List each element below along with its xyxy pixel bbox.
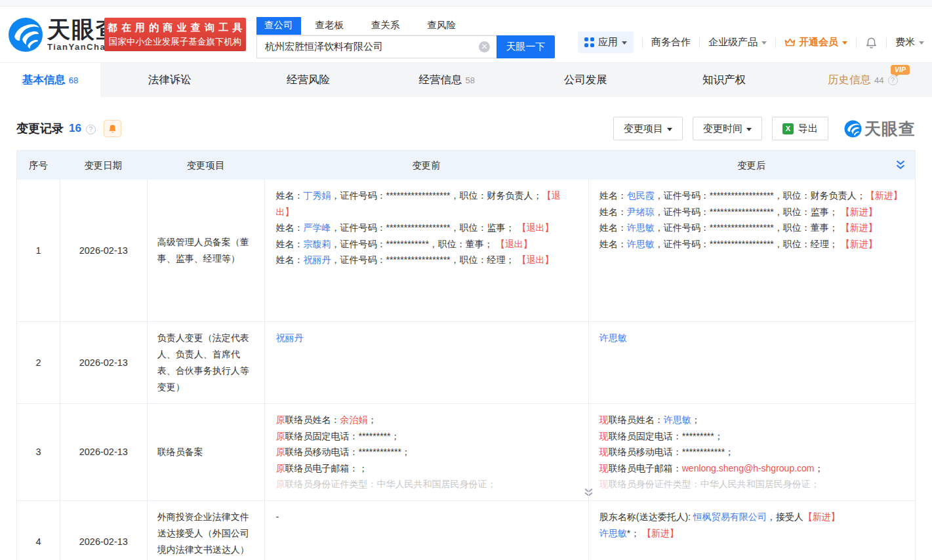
table-row-3: 32026-02-13联络员备案原联络员姓名：余治娟；原联络员固定电话：****… (17, 403, 915, 500)
notifications-bell-button[interactable] (865, 37, 878, 49)
filter-change-project-button[interactable]: 变更项目 (613, 117, 683, 140)
column-header-1: 变更日期 (60, 159, 147, 172)
cell-text: 原 (275, 479, 285, 489)
cell-text: 【新进】 (803, 511, 840, 522)
entity-link[interactable]: 尹绪琼 (627, 207, 655, 217)
entity-link[interactable]: 包民霞 (627, 190, 655, 201)
watermark-text: 天眼查 (864, 118, 916, 140)
cell-text: *； (627, 528, 642, 538)
cell-text: ，接受人 (767, 511, 803, 522)
chevron-down-icon (667, 128, 672, 131)
chevron-down-icon (919, 41, 924, 45)
tianyancha-watermark: 天眼查 (844, 118, 916, 140)
tab-0[interactable]: 基本信息68 (0, 63, 100, 97)
entity-link[interactable]: 丁秀娟 (303, 190, 331, 201)
change-item-text: 外商投资企业法律文件送达接受人（外国公司境内法律文书送达人）备案 (157, 509, 255, 560)
cell-after-change: 姓名：包民霞，证件号码：******************，职位：财务负责人；… (588, 180, 915, 321)
tab-count: 58 (466, 75, 475, 85)
cell-text: 姓名： (599, 222, 627, 233)
change-item-text: 联络员备案 (157, 444, 203, 460)
company-detail-tabs: 基本信息68法律诉讼经营风险经营信息58公司发展知识产权历史信息44?VIP (0, 62, 932, 97)
tianyancha-logo-icon (8, 17, 43, 52)
cell-text: ，证件号码：******************，职位：经理； (655, 239, 841, 249)
search-tab-0[interactable]: 查公司 (256, 17, 301, 35)
entity-link[interactable]: 祝丽丹 (303, 254, 331, 265)
monitor-bell-button[interactable] (104, 120, 121, 137)
cell-text: 联络员姓名： (609, 414, 664, 425)
cell-text: 联络员电子邮箱：； (285, 463, 367, 473)
nav-cooperation[interactable]: 商务合作 (651, 36, 691, 49)
divider (775, 37, 776, 48)
tab-3[interactable]: 经营信息58 (378, 63, 516, 97)
export-label: 导出 (798, 123, 818, 135)
table-row-1: 12026-02-13高级管理人员备案（董事、监事、经理等）姓名：丁秀娟，证件号… (17, 180, 915, 321)
entity-link[interactable]: 宗馥莉 (303, 239, 331, 249)
cell-text: ，证件号码：******************，职位：监事； (331, 222, 517, 233)
cell-text: ，证件号码：******************，职位：经理； (331, 254, 517, 265)
cell-text: 【退出】 (496, 239, 533, 249)
tab-count: 68 (69, 75, 78, 85)
cell-text: ，证件号码：******************，职位：董事； (655, 222, 841, 233)
tab-4[interactable]: 公司发展 (516, 63, 655, 97)
cell-text: 股东名称(送达委托人): (599, 511, 693, 522)
tab-label: 经营信息 (419, 73, 462, 87)
cell-text: ，证件号码：************，职位：董事； (331, 239, 495, 249)
column-header-0: 序号 (17, 159, 60, 172)
site-header: 天眼查 TianYanCha.com 都 在 用 的 商 业 查 询 工 具 国… (0, 7, 932, 62)
cell-text: ； (691, 414, 700, 425)
cell-text: ； (367, 414, 376, 425)
nav-open-vip[interactable]: 开通会员 (784, 36, 847, 49)
cell-text: - (275, 511, 279, 522)
nav-enterprise[interactable]: 企业级产品 (708, 36, 767, 49)
nav-cooperation-label: 商务合作 (651, 36, 691, 49)
entity-link[interactable]: 严学峰 (303, 222, 331, 233)
cell-text: 姓名： (275, 222, 303, 233)
search-tab-3[interactable]: 查风险 (421, 17, 463, 35)
tab-label: 公司发展 (564, 73, 607, 87)
tab-6[interactable]: 历史信息44?VIP (794, 63, 932, 97)
entity-link[interactable]: 许思敏 (627, 222, 655, 233)
chevron-down-icon (842, 41, 847, 45)
tab-1[interactable]: 法律诉讼 (100, 63, 239, 97)
cell-text: 联络员移动电话：************； (609, 447, 734, 457)
chevron-down-icon (622, 41, 627, 45)
cell-index: 3 (17, 404, 60, 500)
cell-text: 余治娟 (340, 414, 367, 425)
cell-text: 【退出】 (517, 222, 554, 233)
nav-apps[interactable]: 应用 (578, 31, 634, 53)
divider (642, 37, 643, 48)
chevron-down-icon (761, 41, 767, 45)
entity-link[interactable]: 恒枫贸易有限公司 (693, 511, 767, 522)
entity-link[interactable]: 祝丽丹 (275, 332, 303, 343)
table-header-row: 序号变更日期变更项目变更前变更后 (17, 151, 915, 180)
search-tab-2[interactable]: 查关系 (365, 17, 407, 35)
search-button[interactable]: 天眼一下 (496, 35, 555, 58)
crown-icon (784, 37, 796, 47)
tianyancha-logo-icon (844, 120, 862, 138)
entity-link[interactable]: 许思敏 (627, 239, 655, 249)
divider (886, 37, 887, 48)
change-record-table: 序号变更日期变更项目变更前变更后 12026-02-13高级管理人员备案（董事、… (16, 150, 916, 560)
cell-text: 【退出】 (517, 254, 554, 265)
cell-before-change: 祝丽丹 (264, 322, 588, 403)
top-nav: 应用 商务合作 企业级产品 开通会员 费米 (578, 31, 924, 53)
cell-text: wenlong.sheng@h-shgroup.com (682, 463, 815, 473)
collapse-all-chevrons-icon[interactable] (895, 159, 906, 170)
slogan-line2: 国家中小企业发展子基金旗下机构 (104, 36, 246, 48)
entity-link[interactable]: 许思敏 (664, 414, 691, 425)
entity-link[interactable]: 许思敏 (599, 528, 627, 538)
search-input[interactable] (256, 35, 496, 58)
nav-user[interactable]: 费米 (895, 36, 924, 49)
cell-change-item: 外商投资企业法律文件送达接受人（外国公司境内法律文书送达人）备案 (147, 501, 265, 560)
tab-label: 法律诉讼 (148, 73, 192, 87)
tab-5[interactable]: 知识产权 (655, 63, 793, 97)
tab-2[interactable]: 经营风险 (239, 63, 377, 97)
cell-text: ，证件号码：******************，职位：财务负责人； (655, 190, 866, 201)
cell-text: 姓名： (275, 190, 303, 201)
export-button[interactable]: X 导出 (772, 117, 828, 140)
filter-change-time-button[interactable]: 变更时间 (693, 117, 762, 140)
clear-search-icon[interactable]: ✕ (479, 41, 490, 52)
entity-link[interactable]: 许思敏 (599, 332, 627, 343)
search-tab-1[interactable]: 查老板 (309, 17, 351, 35)
help-icon[interactable]: ? (86, 125, 96, 134)
